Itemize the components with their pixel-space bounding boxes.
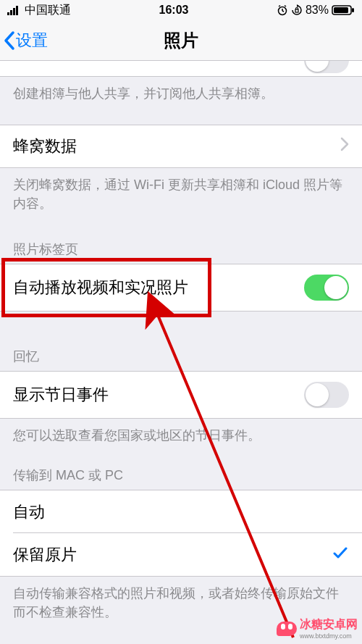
signal-icon (7, 5, 22, 15)
svg-line-6 (285, 6, 286, 7)
svg-marker-9 (297, 4, 299, 7)
svg-rect-10 (295, 9, 298, 12)
watermark: 冰糖安卓网 www.btxtdmy.com (277, 617, 358, 640)
status-time: 16:03 (159, 4, 189, 17)
page-title: 照片 (0, 29, 362, 52)
transfer-header: 传输到 MAC 或 PC (0, 461, 362, 490)
nav-bar: 设置 照片 (0, 20, 362, 61)
autoplay-toggle[interactable] (304, 275, 349, 301)
battery-icon (332, 4, 355, 16)
svg-rect-2 (13, 8, 15, 15)
transfer-auto-label: 自动 (13, 501, 45, 523)
svg-line-5 (279, 6, 280, 7)
autoplay-label: 自动播放视频和实况照片 (13, 277, 188, 298)
holiday-events-toggle[interactable] (304, 382, 349, 408)
holiday-events-row[interactable]: 显示节日事件 (0, 371, 362, 419)
cellular-footer: 关闭蜂窝数据，通过 Wi-Fi 更新共享相簿和 iCloud 照片等内容。 (0, 168, 362, 235)
svg-line-8 (282, 11, 284, 12)
orientation-lock-icon (291, 4, 303, 16)
watermark-url: www.btxtdmy.com (300, 632, 358, 640)
transfer-auto-row[interactable]: 自动 (0, 490, 362, 533)
alarm-icon (277, 4, 288, 16)
carrier-label: 中国联通 (25, 3, 71, 18)
svg-rect-0 (7, 12, 9, 15)
autoplay-row[interactable]: 自动播放视频和实况照片 (0, 264, 362, 311)
svg-rect-12 (334, 7, 348, 13)
photos-tab-header: 照片标签页 (0, 235, 362, 264)
transfer-keep-label: 保留原片 (13, 544, 77, 566)
svg-rect-3 (16, 6, 18, 15)
holiday-events-label: 显示节日事件 (13, 384, 109, 406)
cellular-data-row[interactable]: 蜂窝数据 (0, 125, 362, 168)
svg-rect-13 (352, 8, 354, 12)
shared-albums-footer: 创建相簿与他人共享，并订阅他人共享相簿。 (0, 77, 362, 125)
checkmark-icon (332, 544, 349, 566)
battery-pct: 83% (306, 4, 329, 17)
transfer-keep-row[interactable]: 保留原片 (0, 533, 362, 577)
status-bar: 中国联通 16:03 83% (0, 0, 362, 20)
shared-albums-toggle[interactable] (304, 61, 349, 73)
svg-rect-1 (10, 10, 12, 15)
cellular-label: 蜂窝数据 (13, 135, 77, 157)
watermark-logo-icon (277, 622, 297, 636)
watermark-text: 冰糖安卓网 (300, 617, 358, 632)
memories-footer: 您可以选取查看您国家或地区的节日事件。 (0, 419, 362, 461)
shared-albums-row-cutoff (0, 61, 362, 77)
memories-header: 回忆 (0, 311, 362, 371)
chevron-right-icon (340, 137, 349, 156)
